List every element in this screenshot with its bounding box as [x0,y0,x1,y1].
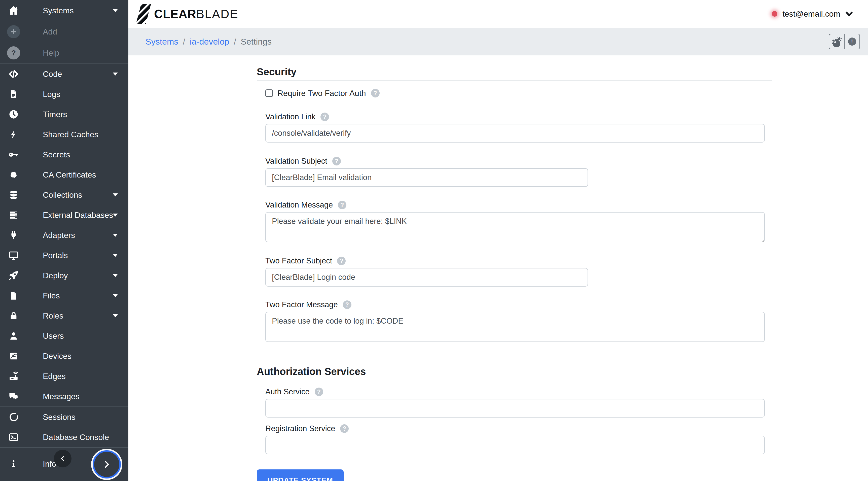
sidebar-item-files[interactable]: Files [0,285,128,306]
sidebar-label: Portals [43,251,68,260]
sidebar-item-help[interactable]: Help [0,42,128,63]
router-icon [7,371,20,382]
security-section-title: Security [257,66,772,81]
sidebar-collapse-button[interactable] [54,450,71,468]
breadcrumb-separator: / [183,37,185,47]
registration-service-input[interactable] [265,436,765,454]
sidebar-item-adapters[interactable]: Adapters [0,225,128,245]
two-factor-message-label: Two Factor Message [265,300,338,309]
sidebar-item-code[interactable]: Code [0,64,128,84]
sidebar-item-sessions[interactable]: Sessions [0,407,128,427]
breadcrumb-separator: / [234,37,236,47]
page-toolbar [829,34,860,49]
certificate-icon [7,170,20,180]
sidebar-expand-button[interactable] [93,450,121,479]
system-info-button[interactable] [844,34,860,49]
sidebar-item-systems[interactable]: Systems [0,0,128,21]
two-factor-message-textarea[interactable]: Please use the code to log in: $CODE [265,312,765,342]
database-icon [7,190,20,200]
sidebar-label: Add [43,27,57,36]
validation-message-field: Validation Message Please validate your … [265,201,772,242]
clearblade-logo-mark-icon [136,4,151,24]
validation-subject-input[interactable] [265,168,588,187]
help-icon[interactable] [338,201,346,209]
sidebar-item-devices[interactable]: Devices [0,346,128,366]
breadcrumb-link-system-name[interactable]: ia-develop [190,37,229,47]
settings-content: Security Require Two Factor Auth Validat… [128,55,868,481]
sidebar-item-collections[interactable]: Collections [0,185,128,205]
help-icon[interactable] [340,424,349,433]
clearblade-logo[interactable]: CLEAR BLADE [136,4,239,24]
sidebar-item-users[interactable]: Users [0,326,128,346]
sidebar-item-external-databases[interactable]: External Databases [0,205,128,225]
sidebar-label: Code [43,69,62,79]
auth-service-input[interactable] [265,399,765,418]
sidebar-item-ca-certificates[interactable]: CA Certificates [0,165,128,185]
bolt-icon [7,130,20,139]
sidebar-label: CA Certificates [43,170,96,180]
chevron-down-icon [113,274,118,279]
sidebar-item-messages[interactable]: Messages [0,386,128,407]
home-icon [7,5,20,16]
help-icon[interactable] [337,257,346,265]
sidebar: Systems Add Help Code [0,0,128,481]
logo-text-blade: BLADE [196,7,238,21]
validation-link-field: Validation Link [265,112,772,143]
help-icon[interactable] [332,157,341,166]
authorization-section-title: Authorization Services [257,366,772,380]
chevron-down-icon [845,10,853,18]
terminal-icon [7,432,20,443]
breadcrumb-link-systems[interactable]: Systems [146,37,178,47]
registration-service-label: Registration Service [265,424,335,433]
sidebar-item-timers[interactable]: Timers [0,104,128,124]
breadcrumb: Systems / ia-develop / Settings [146,37,272,47]
code-icon [7,68,20,80]
registration-service-field: Registration Service [265,424,772,454]
sidebar-item-shared-caches[interactable]: Shared Caches [0,124,128,145]
chevron-down-icon [113,234,118,239]
sidebar-item-deploy[interactable]: Deploy [0,265,128,285]
sidebar-label: Adapters [43,231,75,240]
status-dot [772,11,777,17]
sidebar-item-edges[interactable]: Edges [0,366,128,386]
sidebar-item-roles[interactable]: Roles [0,306,128,326]
chevron-down-icon [113,214,118,219]
chevron-down-icon [113,193,118,199]
sidebar-item-database-console[interactable]: Database Console [0,427,128,447]
user-icon [7,331,20,341]
sidebar-item-logs[interactable]: Logs [0,84,128,104]
sidebar-label: Files [43,291,60,300]
system-settings-button[interactable] [829,34,844,49]
chip-icon [7,351,20,361]
two-factor-subject-input[interactable] [265,268,588,287]
chevron-right-icon [102,459,112,469]
sidebar-label: Logs [43,90,60,99]
sidebar-label: Messages [43,392,80,401]
validation-message-label: Validation Message [265,201,333,210]
validation-message-textarea[interactable]: Please validate your email here: $LINK [265,212,765,242]
auth-service-label: Auth Service [265,387,310,396]
key-icon [7,149,20,160]
two-factor-subject-label: Two Factor Subject [265,257,332,265]
user-email: test@email.com [782,9,840,19]
comments-icon [7,391,20,402]
user-menu[interactable]: test@email.com [772,9,853,19]
validation-link-input[interactable] [265,124,765,143]
plus-circle-icon [7,25,20,38]
sidebar-label: Deploy [43,271,68,280]
sidebar-label: Database Console [43,433,109,442]
help-icon[interactable] [371,89,380,97]
chevron-down-icon [113,314,118,320]
sidebar-item-portals[interactable]: Portals [0,245,128,265]
sidebar-label: Timers [43,110,67,119]
help-icon[interactable] [343,300,351,309]
sidebar-item-add[interactable]: Add [0,21,128,42]
sidebar-label: Roles [43,311,63,321]
help-icon[interactable] [315,388,323,396]
plug-icon [7,230,20,240]
sidebar-item-secrets[interactable]: Secrets [0,145,128,165]
help-icon[interactable] [320,113,329,121]
update-system-button[interactable]: UPDATE SYSTEM [257,470,344,481]
sidebar-label: External Databases [43,211,113,220]
require-two-factor-checkbox[interactable] [265,89,273,97]
